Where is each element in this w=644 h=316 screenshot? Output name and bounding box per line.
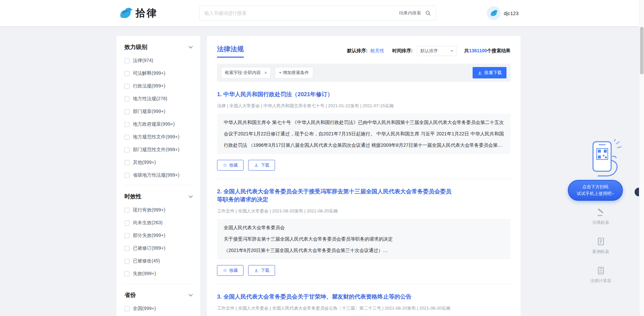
download-button[interactable]: 下载 bbox=[248, 265, 275, 276]
section-title: 时效性 bbox=[124, 193, 142, 200]
download-icon bbox=[477, 70, 482, 75]
avatar-bird-icon bbox=[489, 8, 498, 18]
checkbox[interactable] bbox=[124, 109, 129, 114]
download-icon bbox=[254, 268, 259, 273]
checkbox[interactable] bbox=[124, 208, 129, 213]
filter-option[interactable]: 法律(974) bbox=[124, 54, 192, 67]
section-header[interactable]: 效力级别 bbox=[124, 43, 192, 53]
time-sort-label: 时间排序: bbox=[392, 48, 413, 54]
results-panel: 法律法规 默认排序: 相关性 时间排序: 默认排序 共1361100个搜索结果 … bbox=[207, 36, 521, 316]
filter-option[interactable]: 其他(999+) bbox=[124, 156, 192, 169]
result-count-number: 1361100 bbox=[469, 48, 487, 53]
checkbox[interactable] bbox=[124, 173, 129, 178]
calculator-icon bbox=[596, 266, 605, 275]
download-button[interactable]: 下载 bbox=[248, 160, 275, 171]
checkbox[interactable] bbox=[124, 84, 129, 89]
scrollbar[interactable] bbox=[639, 0, 644, 316]
section-title: 省份 bbox=[124, 291, 136, 299]
tool-case-search[interactable]: 案例检索 bbox=[592, 237, 609, 255]
result-title[interactable]: 1. 中华人民共和国行政处罚法（2021年修订） bbox=[217, 90, 457, 99]
filter-option[interactable]: 部分失效(999+) bbox=[124, 229, 192, 242]
logo-text: 拾律 bbox=[136, 6, 158, 20]
section-title: 效力级别 bbox=[124, 43, 147, 51]
add-condition-button[interactable]: + 增加搜索条件 bbox=[275, 67, 313, 78]
result-meta: 工作文件 | 全国人大常委会 | 2021-08-20发布 | 2021-08-… bbox=[217, 208, 511, 214]
filter-option[interactable]: 全国(999+) bbox=[124, 302, 192, 315]
checkbox[interactable] bbox=[124, 147, 129, 152]
gavel-icon bbox=[596, 208, 605, 217]
qr-tooltip[interactable]: 点击下方扫码 试试手机上使用吧~ bbox=[568, 180, 623, 201]
filter-option[interactable]: 司法解释(999+) bbox=[124, 67, 192, 80]
checkbox[interactable] bbox=[124, 271, 129, 276]
checkbox[interactable] bbox=[124, 259, 129, 264]
filter-section-validity: 时效性 现行有效(999+) 尚未生效(263) 部分失效(999+) 已被修订… bbox=[124, 185, 192, 280]
filter-option[interactable]: 失效(999+) bbox=[124, 267, 192, 280]
page-title[interactable]: 法律法规 bbox=[217, 45, 244, 58]
relevance-sort-link[interactable]: 相关性 bbox=[370, 48, 384, 54]
filter-option[interactable]: 尚未生效(263) bbox=[124, 216, 192, 229]
search-condition-bar: 检索字段:全部内容 × + 增加搜索条件 批量下载 bbox=[217, 64, 511, 82]
search-scope-label[interactable]: 结果内搜索 bbox=[399, 10, 421, 16]
star-icon: ☆ bbox=[223, 163, 227, 168]
quick-tools-panel: 法规检索 案例检索 法律计算器 bbox=[587, 208, 615, 284]
checkbox[interactable] bbox=[124, 246, 129, 251]
username: djc123 bbox=[504, 10, 519, 16]
filter-sidebar: 效力级别 法律(974) 司法解释(999+) 行政法规(999+) 地方性法规… bbox=[116, 36, 200, 316]
panel-collapse-handle[interactable] bbox=[635, 188, 639, 196]
filter-section-effect-level: 效力级别 法律(974) 司法解释(999+) 行政法规(999+) 地方性法规… bbox=[124, 43, 192, 182]
tool-law-search[interactable]: 法规检索 bbox=[592, 208, 609, 226]
filter-section-province: 省份 全国(999+) 上海市(999+) bbox=[124, 283, 192, 316]
checkbox[interactable] bbox=[124, 58, 129, 63]
checkbox[interactable] bbox=[124, 122, 129, 127]
result-snippet: 全国人民代表大会常务委员会 关于接受冯军辞去第十三届全国人民代表大会常务委员会委… bbox=[217, 219, 511, 259]
search-bar[interactable]: 结果内搜索 bbox=[199, 6, 436, 20]
search-input[interactable] bbox=[204, 10, 395, 16]
result-meta: 工作文件 | 全国人大常委会 | 全国人民代表大会常务委员会公告〔十三届〕第二十… bbox=[217, 305, 511, 311]
content-area: 效力级别 法律(974) 司法解释(999+) 行政法规(999+) 地方性法规… bbox=[116, 36, 521, 316]
checkbox[interactable] bbox=[124, 135, 129, 140]
scrollbar-thumb[interactable] bbox=[640, 27, 644, 74]
filter-option[interactable]: 现行有效(999+) bbox=[124, 204, 192, 216]
checkbox[interactable] bbox=[124, 160, 129, 165]
checkbox[interactable] bbox=[124, 220, 129, 226]
result-item: 3. 全国人民代表大会常务委员会关于甘荣坤、瞿友财的代表资格终止等的公告 工作文… bbox=[217, 284, 511, 316]
section-header[interactable]: 省份 bbox=[124, 291, 192, 301]
favorite-button[interactable]: ☆ 收藏 bbox=[217, 160, 244, 171]
sort-dropdown[interactable]: 默认排序 bbox=[417, 46, 457, 56]
filter-option[interactable]: 地方规范性文件(999+) bbox=[124, 131, 192, 143]
qr-phone-illustration bbox=[584, 139, 623, 179]
filter-option[interactable]: 地方政府规章(999+) bbox=[124, 118, 192, 131]
filter-option[interactable]: 已被修改(45) bbox=[124, 255, 192, 267]
filter-option[interactable]: 省级地方性法规(999+) bbox=[124, 169, 192, 182]
checkbox[interactable] bbox=[124, 97, 129, 102]
filter-chip[interactable]: 检索字段:全部内容 × bbox=[221, 67, 271, 78]
filter-option[interactable]: 部门规范性文件(999+) bbox=[124, 143, 192, 156]
chevron-down-icon bbox=[189, 44, 193, 49]
filter-option[interactable]: 地方性法规(278) bbox=[124, 92, 192, 105]
chevron-down-icon bbox=[450, 50, 453, 52]
filter-option[interactable]: 部门规章(999+) bbox=[124, 105, 192, 118]
filter-option[interactable]: 已被修订(999+) bbox=[124, 242, 192, 255]
sort-controls: 默认排序: 相关性 时间排序: 默认排序 共1361100个搜索结果 bbox=[347, 46, 511, 56]
result-title[interactable]: 2. 全国人民代表大会常务委员会关于接受冯军辞去第十三届全国人民代表大会常务委员… bbox=[217, 188, 457, 204]
search-icon[interactable] bbox=[425, 10, 431, 16]
checkbox[interactable] bbox=[124, 233, 129, 238]
logo-bird-icon bbox=[117, 5, 133, 21]
avatar[interactable] bbox=[487, 6, 500, 20]
section-header[interactable]: 时效性 bbox=[124, 192, 192, 202]
close-icon[interactable]: × bbox=[264, 70, 267, 75]
checkbox[interactable] bbox=[124, 306, 129, 311]
default-sort-label: 默认排序: bbox=[347, 48, 368, 54]
favorite-button[interactable]: ☆ 收藏 bbox=[217, 265, 244, 276]
result-item: 2. 全国人民代表大会常务委员会关于接受冯军辞去第十三届全国人民代表大会常务委员… bbox=[217, 179, 511, 284]
chevron-down-icon bbox=[189, 194, 193, 198]
filter-option[interactable]: 行政法规(999+) bbox=[124, 80, 192, 92]
user-menu[interactable]: djc123 bbox=[487, 6, 519, 20]
result-snippet: 中华人民共和国主席令 第七十号 《中华人民共和国行政处罚法》已由中华人民共和国第… bbox=[217, 114, 511, 154]
checkbox[interactable] bbox=[124, 71, 129, 76]
header: 拾律 结果内搜索 djc123 bbox=[0, 0, 644, 26]
tool-legal-calculator[interactable]: 法律计算器 bbox=[590, 266, 611, 284]
logo[interactable]: 拾律 bbox=[117, 5, 158, 21]
batch-download-button[interactable]: 批量下载 bbox=[473, 67, 506, 78]
result-title[interactable]: 3. 全国人民代表大会常务委员会关于甘荣坤、瞿友财的代表资格终止等的公告 bbox=[217, 293, 457, 301]
